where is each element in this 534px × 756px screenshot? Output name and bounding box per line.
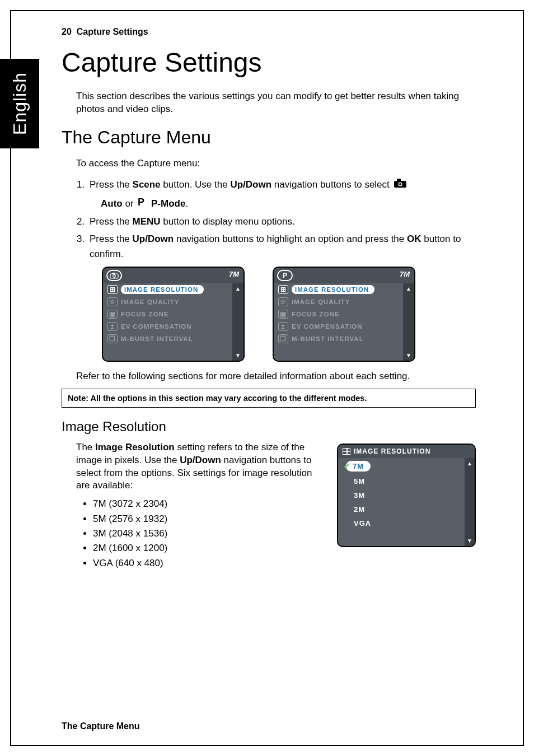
language-tab: English: [0, 59, 39, 148]
camera-icon: [394, 178, 407, 193]
grid-icon: [343, 448, 350, 455]
resolution-icon: ⊞: [107, 285, 118, 294]
svg-point-7: [113, 274, 116, 277]
cam-badge-pmode: 7M: [400, 270, 410, 278]
res-option: 2M: [338, 502, 475, 516]
menu-item-selected: ⊞IMAGE RESOLUTION: [103, 283, 243, 296]
svg-point-3: [399, 183, 401, 185]
step-3: Press the Up/Down navigation buttons to …: [87, 231, 476, 262]
menu-item: ±EV COMPENSATION: [103, 320, 243, 333]
chevron-up-icon: ▲: [406, 286, 411, 292]
list-item: 7M (3072 x 2304): [93, 497, 324, 511]
p-mode-pill-icon: P: [277, 270, 293, 281]
ev-icon: ±: [107, 322, 118, 331]
note-box: Note: All the options in this section ma…: [62, 389, 476, 408]
chevron-down-icon: ▼: [235, 352, 241, 358]
p-mode-icon: P: [137, 197, 147, 212]
resolution-text-block: The Image Resolution setting refers to t…: [76, 441, 324, 571]
running-header: 20 Capture Settings: [62, 27, 476, 37]
chapter-title: Capture Settings: [62, 47, 476, 78]
menu-item: ❐M-BURST INTERVAL: [103, 333, 243, 345]
menu-item: ±EV COMPENSATION: [274, 320, 414, 333]
section-title: The Capture Menu: [62, 127, 476, 148]
focus-icon: ▣: [278, 310, 288, 319]
language-label: English: [10, 72, 30, 135]
menu-item: ☆IMAGE QUALITY: [274, 296, 414, 308]
steps-list: Press the Scene button. Use the Up/Down …: [87, 177, 476, 262]
running-footer: The Capture Menu: [62, 721, 140, 731]
list-item: 2M (1600 x 1200): [93, 541, 324, 556]
menu-item: ▣FOCUS ZONE: [274, 308, 414, 320]
access-line: To access the Capture menu:: [76, 158, 476, 169]
res-option-selected: ✔7M: [338, 458, 475, 474]
menu-item-selected: ⊞IMAGE RESOLUTION: [274, 283, 414, 296]
burst-icon: ❐: [278, 334, 288, 343]
menu-item: ☆IMAGE QUALITY: [103, 296, 243, 308]
res-option: 5M: [338, 474, 475, 488]
res-option: 3M: [338, 488, 475, 502]
scroll-indicator-auto: ▲ ▼: [232, 283, 243, 361]
camera-screen-pmode: P 7M ▲ ▼ ⊞IMAGE RESOLUTION ☆IMAGE QUALIT…: [273, 267, 415, 362]
step-1: Press the Scene button. Use the Up/Down …: [87, 177, 476, 212]
cam-header-auto: 7M: [103, 268, 243, 283]
page-content: 20 Capture Settings Capture Settings Thi…: [62, 27, 476, 571]
chevron-down-icon: ▼: [406, 352, 411, 358]
svg-rect-6: [112, 273, 115, 274]
resolution-screen: IMAGE RESOLUTION ▲ ▼ ✔7M 5M 3M 2M VGA: [337, 444, 476, 547]
menu-item: ▣FOCUS ZONE: [103, 308, 243, 320]
ev-icon: ±: [278, 322, 288, 331]
resolution-screen-header: IMAGE RESOLUTION: [338, 445, 475, 458]
cam-header-pmode: P 7M: [274, 268, 414, 283]
list-item: VGA (640 x 480): [93, 556, 324, 571]
svg-text:P: P: [138, 197, 144, 207]
intro-paragraph: This section describes the various setti…: [76, 90, 476, 116]
step-2: Press the MENU button to display menu op…: [87, 214, 476, 229]
resolution-list: 7M (3072 x 2304) 5M (2576 x 1932) 3M (20…: [93, 497, 324, 571]
chevron-up-icon: ▲: [235, 286, 241, 292]
burst-icon: ❐: [107, 334, 118, 343]
header-section: Capture Settings: [77, 27, 148, 36]
res-option: VGA: [338, 516, 475, 530]
menu-item: ❐M-BURST INTERVAL: [274, 333, 414, 345]
quality-icon: ☆: [107, 297, 118, 306]
cam-badge-auto: 7M: [229, 270, 239, 278]
list-item: 3M (2048 x 1536): [93, 526, 324, 541]
resolution-icon: ⊞: [278, 285, 288, 294]
page-number: 20: [62, 27, 72, 36]
resolution-screen-title: IMAGE RESOLUTION: [354, 447, 430, 455]
chevron-down-icon: ▼: [467, 538, 472, 544]
subsection-title: Image Resolution: [62, 419, 476, 435]
list-item: 5M (2576 x 1932): [93, 512, 324, 526]
resolution-row: The Image Resolution setting refers to t…: [76, 441, 476, 571]
refer-line: Refer to the following sections for more…: [76, 371, 476, 382]
check-icon: ✔: [344, 461, 351, 470]
scroll-indicator-pmode: ▲ ▼: [403, 283, 414, 361]
camera-screen-auto: 7M ▲ ▼ ⊞IMAGE RESOLUTION ☆IMAGE QUALITY …: [102, 267, 245, 362]
quality-icon: ☆: [278, 297, 288, 306]
focus-icon: ▣: [107, 310, 118, 319]
svg-rect-1: [397, 179, 401, 181]
auto-mode-icon: [106, 270, 122, 281]
screenshots-row: 7M ▲ ▼ ⊞IMAGE RESOLUTION ☆IMAGE QUALITY …: [102, 267, 476, 362]
